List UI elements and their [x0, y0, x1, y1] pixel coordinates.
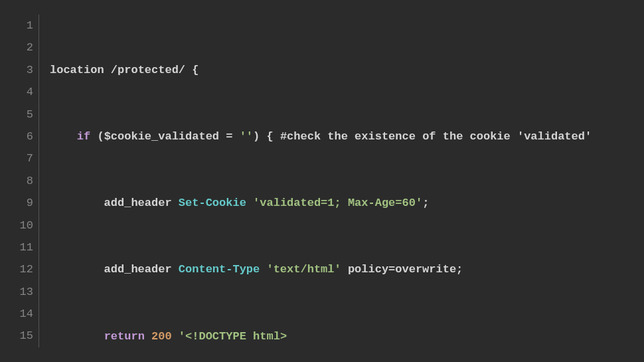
code-editor: 1 2 3 4 5 6 7 8 9 10 11 12 13 14 15 loca… — [12, 15, 632, 347]
line-number: 15 — [12, 325, 33, 347]
line-number: 13 — [12, 281, 33, 303]
line-number: 10 — [12, 215, 33, 236]
line-number: 2 — [12, 37, 33, 58]
line-number: 11 — [12, 236, 33, 258]
code-line: if ($cookie_validated = '') { #check the… — [50, 126, 632, 147]
line-number: 14 — [12, 303, 33, 325]
line-number: 9 — [12, 192, 33, 214]
code-line: add_header Content-Type 'text/html' poli… — [50, 258, 632, 280]
code-area[interactable]: location /protected/ { if ($cookie_valid… — [39, 15, 632, 347]
line-number: 4 — [12, 81, 33, 103]
line-number: 12 — [12, 258, 33, 280]
line-number: 3 — [12, 59, 33, 81]
line-number: 5 — [12, 104, 33, 126]
code-line: location /protected/ { — [50, 59, 632, 81]
line-number: 8 — [12, 170, 33, 192]
code-line: add_header Set-Cookie 'validated=1; Max-… — [50, 192, 632, 214]
line-number-gutter: 1 2 3 4 5 6 7 8 9 10 11 12 13 14 15 — [12, 15, 39, 347]
line-number: 7 — [12, 147, 33, 169]
line-number: 1 — [12, 15, 33, 37]
line-number: 6 — [12, 126, 33, 147]
code-line: return 200 '<!DOCTYPE html> — [50, 325, 632, 347]
